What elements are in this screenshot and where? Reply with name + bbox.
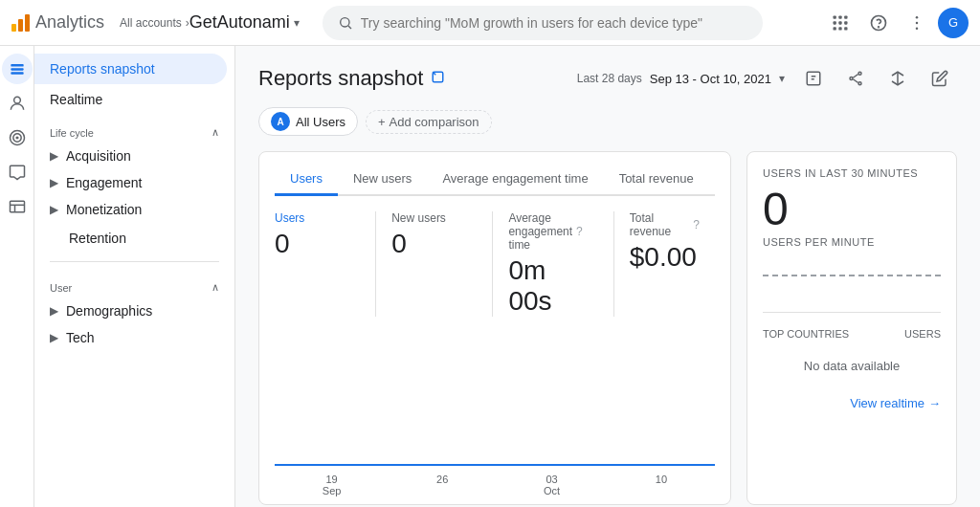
all-accounts-link[interactable]: All accounts	[120, 16, 182, 30]
metric-users: Users 0	[275, 211, 360, 317]
expand-arrow-demographics: ▶	[50, 304, 58, 318]
table-icon	[8, 197, 27, 216]
chart-label-19sep: 19Sep	[323, 474, 342, 496]
svg-line-32	[853, 79, 858, 83]
main-content: Reports snapshot Last 28 days Sep 13 - O…	[235, 46, 980, 507]
user-section-header[interactable]: User ∧	[34, 270, 234, 298]
metric-tab-engagement[interactable]: Average engagement time	[427, 167, 603, 196]
metric-users-value: 0	[275, 229, 345, 259]
users-label: USERS	[904, 328, 941, 340]
realtime-sparkline	[763, 275, 941, 313]
export-icon	[805, 70, 822, 87]
expand-arrow-engagement: ▶	[50, 176, 58, 189]
svg-rect-7	[844, 21, 847, 24]
account-caret: ▾	[294, 16, 300, 30]
metric-divider-3	[613, 211, 614, 317]
sidebar-item-target[interactable]	[2, 122, 33, 153]
left-panel: Reports snapshot Realtime Life cycle ∧ ▶…	[34, 46, 235, 507]
export-button[interactable]	[796, 61, 831, 96]
page-title-edit-icon[interactable]	[431, 70, 448, 87]
svg-point-29	[850, 77, 853, 80]
share-button[interactable]	[838, 61, 873, 96]
chip-label: All Users	[296, 115, 345, 129]
chart-label-03oct: 03Oct	[544, 474, 560, 496]
add-comparison-chip[interactable]: + Add comparison	[366, 110, 492, 134]
metric-tab-revenue[interactable]: Total revenue	[604, 167, 709, 196]
nav-item-monetization[interactable]: ▶ Monetization	[34, 196, 234, 223]
metric-engagement-value: 0m 00s	[508, 255, 582, 317]
svg-rect-17	[11, 68, 23, 71]
edit-button[interactable]	[923, 61, 957, 96]
nav-item-tech[interactable]: ▶ Tech	[34, 324, 234, 351]
add-comparison-label: Add comparison	[390, 115, 479, 129]
revenue-help-icon: ?	[693, 218, 700, 231]
comparison-bar: A All Users + Add comparison	[258, 107, 957, 136]
nav-item-realtime[interactable]: Realtime	[34, 84, 227, 115]
grid-icon-button[interactable]	[823, 6, 858, 40]
search-input[interactable]	[361, 15, 747, 31]
svg-rect-5	[834, 21, 836, 24]
chart-label-26: 26	[436, 474, 448, 496]
grid-icon	[831, 13, 850, 33]
avatar[interactable]: G	[938, 8, 969, 38]
metric-users-label: Users	[275, 211, 345, 225]
nav-item-demographics[interactable]: ▶ Demographics	[34, 298, 234, 324]
chart-svg	[275, 317, 715, 470]
svg-point-12	[879, 26, 880, 27]
cards-row: Users New users Average engagement time …	[258, 151, 957, 505]
chart-area: 19Sep 26 03Oct 10	[275, 317, 715, 489]
svg-rect-2	[834, 15, 836, 18]
nav-item-reports-snapshot[interactable]: Reports snapshot	[34, 54, 227, 84]
sidebar-item-home[interactable]	[2, 54, 33, 84]
expand-arrow-acquisition: ▶	[50, 149, 58, 163]
help-icon-button[interactable]	[861, 6, 896, 40]
compare-button[interactable]	[880, 61, 915, 96]
metric-divider-2	[492, 211, 493, 317]
svg-point-28	[858, 72, 861, 75]
nav-item-acquisition[interactable]: ▶ Acquisition	[34, 143, 234, 169]
svg-rect-23	[10, 201, 24, 212]
date-range[interactable]: Last 28 days Sep 13 - Oct 10, 2021 ▾	[577, 72, 785, 86]
chart-labels: 19Sep 26 03Oct 10	[275, 470, 715, 500]
more-icon-button[interactable]	[900, 6, 934, 40]
nav-item-retention[interactable]: Retention	[34, 223, 227, 254]
arrow-icon: →	[928, 396, 941, 410]
metrics-tabs: Users New users Average engagement time …	[275, 167, 715, 196]
user-collapse-icon: ∧	[212, 281, 219, 294]
view-realtime-link[interactable]: View realtime →	[763, 396, 941, 410]
account-name[interactable]: GetAutonami ▾	[189, 12, 300, 33]
no-data-message: No data available	[763, 347, 941, 385]
all-users-chip[interactable]: A All Users	[258, 107, 358, 136]
svg-rect-4	[844, 15, 847, 18]
sidebar-item-table[interactable]	[2, 191, 33, 222]
metric-tab-new-users[interactable]: New users	[338, 167, 427, 196]
metric-revenue-value: $0.00	[630, 242, 700, 273]
chip-avatar: A	[271, 112, 290, 131]
svg-line-31	[853, 75, 858, 78]
metric-tab-users[interactable]: Users	[275, 167, 338, 196]
date-label: Last 28 days	[577, 72, 642, 85]
view-realtime: View realtime →	[763, 396, 941, 410]
svg-point-14	[916, 21, 919, 24]
sidebar-item-chat[interactable]	[2, 157, 33, 187]
breadcrumb: All accounts ›	[120, 16, 189, 30]
svg-point-22	[16, 137, 18, 139]
realtime-sublabel: USERS PER MINUTE	[763, 236, 941, 248]
svg-rect-3	[838, 15, 841, 18]
lifecycle-section-header[interactable]: Life cycle ∧	[34, 115, 234, 143]
countries-label: TOP COUNTRIES	[763, 328, 849, 340]
metric-new-users-label: New users	[391, 211, 461, 225]
page-header: Reports snapshot Last 28 days Sep 13 - O…	[258, 61, 957, 96]
date-range-caret: ▾	[779, 72, 785, 85]
nav-actions: G	[823, 6, 969, 40]
metric-new-users: New users 0	[391, 211, 477, 317]
search-icon	[338, 15, 353, 31]
svg-point-0	[340, 17, 348, 26]
top-nav: Analytics All accounts › GetAutonami ▾ G	[0, 0, 980, 46]
app-logo: Analytics	[11, 12, 104, 33]
nav-item-engagement[interactable]: ▶ Engagement	[34, 169, 234, 196]
realtime-number: 0	[763, 187, 941, 232]
realtime-card: USERS IN LAST 30 MINUTES 0 USERS PER MIN…	[746, 151, 957, 505]
sidebar-item-people[interactable]	[2, 88, 33, 119]
home-icon	[8, 59, 27, 78]
